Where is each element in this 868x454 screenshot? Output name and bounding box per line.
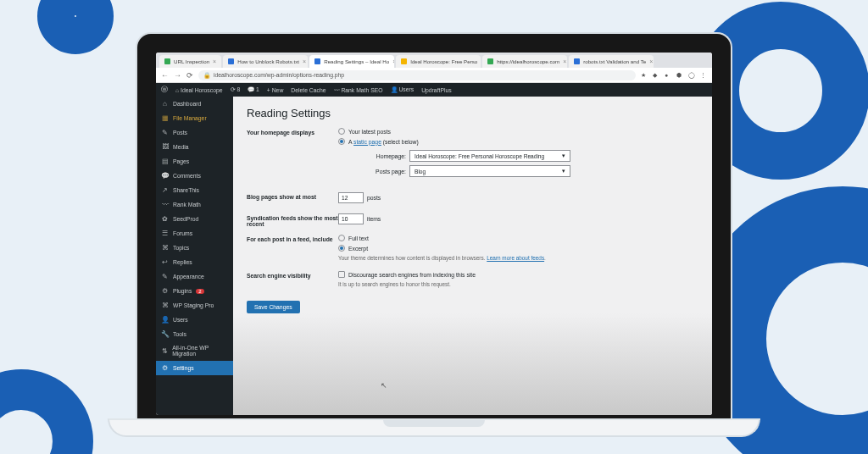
page-title: Reading Settings [247, 107, 698, 119]
wp-sidebar: ⌂Dashboard ▦File Manager ✎Posts 🖼Media ▤… [156, 97, 233, 415]
update-badge: 2 [196, 289, 203, 294]
sev-note: It is up to search engines to honor this… [338, 281, 698, 287]
sidebar-item-media[interactable]: 🖼Media [156, 140, 233, 154]
back-icon[interactable]: ← [161, 71, 169, 80]
sidebar-item-rankmath[interactable]: 〰Rank Math [156, 197, 233, 212]
pin-icon: ✎ [161, 129, 169, 136]
settings-content: Reading Settings Your homepage displays … [233, 97, 712, 415]
radio-label: Full text [348, 235, 369, 241]
extension-icon[interactable]: ⬢ [676, 72, 683, 79]
new-link[interactable]: + New [267, 87, 283, 93]
posts-page-select[interactable]: Blog▾ [409, 165, 570, 177]
rankmath-link[interactable]: 〰 Rank Math SEO [334, 87, 383, 93]
radio-excerpt[interactable] [338, 245, 345, 252]
browser-tab[interactable]: URL Inspection× [159, 55, 221, 68]
url-text: idealhoroscope.com/wp-admin/options-read… [214, 72, 344, 78]
sidebar-item-tools[interactable]: 🔧Tools [156, 327, 233, 341]
blog-pages-input[interactable]: 12 [338, 192, 364, 203]
browser-tab[interactable]: https://idealhoroscope.com× [482, 55, 567, 68]
sidebar-item-sharethis[interactable]: ↗ShareThis [156, 183, 233, 197]
sidebar-item-forums[interactable]: ☰Forums [156, 226, 233, 241]
updates-link[interactable]: ⟳ 8 [231, 86, 241, 93]
comment-icon: 💬 [161, 172, 169, 180]
label-feed-include: For each post in a feed, include [247, 235, 338, 242]
sidebar-item-users[interactable]: 👤Users [156, 313, 233, 327]
radio-label: Your latest posts [348, 129, 391, 135]
label-homepage-select: Homepage: [367, 153, 406, 159]
sidebar-item-topics[interactable]: ⌘Topics [156, 241, 233, 255]
syndication-input[interactable]: 10 [338, 213, 364, 224]
close-icon[interactable]: × [392, 58, 394, 64]
dashboard-icon: ⌂ [161, 100, 169, 108]
label-posts-select: Posts page: [367, 169, 406, 174]
menu-icon[interactable]: ⋮ [700, 72, 707, 79]
sidebar-item-seedprod[interactable]: ✿SeedProd [156, 212, 233, 226]
learn-feeds-link[interactable]: Learn more about feeds [487, 255, 544, 261]
checkbox-label: Discourage search engines from indexing … [348, 272, 476, 278]
tools-icon: 🔧 [161, 330, 169, 338]
sidebar-item-comments[interactable]: 💬Comments [156, 169, 233, 183]
close-icon[interactable]: × [303, 58, 306, 64]
gear-icon: ⚙ [161, 364, 169, 372]
radio-static-page[interactable] [338, 138, 345, 145]
static-page-link[interactable]: static page [353, 139, 381, 145]
forward-icon[interactable]: → [174, 71, 181, 80]
extension-icon[interactable]: ● [665, 72, 671, 79]
homepage-select[interactable]: Ideal Horoscope: Free Personal Horoscope… [409, 150, 570, 162]
label-syndication: Syndication feeds show the most recent [247, 213, 338, 227]
browser-tab[interactable]: How to Unblock Robots.txt× [223, 55, 308, 68]
seedprod-icon: ✿ [161, 215, 169, 223]
extension-icon[interactable]: ◆ [653, 72, 659, 79]
close-icon[interactable]: × [649, 58, 653, 64]
delete-cache-link[interactable]: Delete Cache [291, 87, 326, 93]
profile-icon[interactable]: ◯ [688, 72, 695, 79]
label-blog-pages: Blog pages show at most [247, 192, 338, 200]
sidebar-item-file-manager[interactable]: ▦File Manager [156, 111, 233, 125]
url-field[interactable]: 🔒 idealhoroscope.com/wp-admin/options-re… [198, 70, 636, 80]
browser-tab-active[interactable]: Reading Settings – Ideal Ho× [309, 55, 394, 68]
mouse-cursor-icon: ↖ [381, 381, 387, 390]
comments-link[interactable]: 💬 1 [248, 86, 259, 93]
close-icon[interactable]: × [563, 58, 566, 64]
unit-label: posts [367, 195, 381, 201]
reply-icon: ↩ [161, 258, 169, 266]
topic-icon: ⌘ [161, 244, 169, 252]
plugin-icon: ⚙ [161, 287, 169, 295]
sidebar-item-settings[interactable]: ⚙Settings [156, 361, 233, 375]
sidebar-item-aio-migration[interactable]: ⇅All-in-One WP Migration [156, 341, 233, 361]
sidebar-item-replies[interactable]: ↩Replies [156, 255, 233, 269]
users-link[interactable]: 👤 Users [391, 86, 415, 93]
radio-full-text[interactable] [338, 235, 345, 241]
chevron-down-icon: ▾ [562, 168, 565, 174]
unit-label: items [367, 216, 381, 222]
save-button[interactable]: Save Changes [247, 301, 300, 313]
reload-icon[interactable]: ⟳ [186, 71, 193, 80]
browser-tab[interactable]: Ideal Horoscope: Free Perso× [396, 55, 481, 68]
extension-icon[interactable]: ★ [641, 72, 648, 79]
sidebar-item-dashboard[interactable]: ⌂Dashboard [156, 97, 233, 111]
browser-tab[interactable]: robots.txt Validation and Te× [569, 55, 654, 68]
laptop-frame: URL Inspection× How to Unblock Robots.tx… [136, 32, 732, 437]
staging-icon: ⌘ [161, 302, 169, 309]
sidebar-item-appearance[interactable]: ✎Appearance [156, 269, 233, 284]
label-homepage-displays: Your homepage displays [247, 128, 338, 136]
lock-icon: 🔒 [203, 72, 210, 79]
site-name[interactable]: ⌂ Ideal Horoscope [175, 87, 223, 93]
sidebar-item-posts[interactable]: ✎Posts [156, 125, 233, 140]
checkbox-discourage[interactable] [338, 271, 345, 278]
brush-icon: ✎ [161, 273, 169, 280]
close-icon[interactable]: × [213, 58, 216, 64]
sidebar-item-pages[interactable]: ▤Pages [156, 154, 233, 169]
updraft-link[interactable]: UpdraftPlus [421, 87, 452, 93]
wordpress-icon[interactable]: ⓦ [161, 86, 168, 93]
sidebar-item-plugins[interactable]: ⚙Plugins2 [156, 284, 233, 298]
page-icon: ▤ [161, 158, 169, 165]
share-icon: ↗ [161, 186, 169, 194]
sidebar-item-wpstaging[interactable]: ⌘WP Staging Pro [156, 298, 233, 313]
rankmath-icon: 〰 [161, 201, 169, 208]
label-search-visibility: Search engine visibility [247, 271, 338, 279]
wp-admin-bar: ⓦ ⌂ Ideal Horoscope ⟳ 8 💬 1 + New Delete… [156, 83, 712, 97]
folder-icon: ▦ [161, 114, 169, 122]
user-icon: 👤 [161, 316, 169, 324]
radio-latest-posts[interactable] [338, 128, 345, 135]
